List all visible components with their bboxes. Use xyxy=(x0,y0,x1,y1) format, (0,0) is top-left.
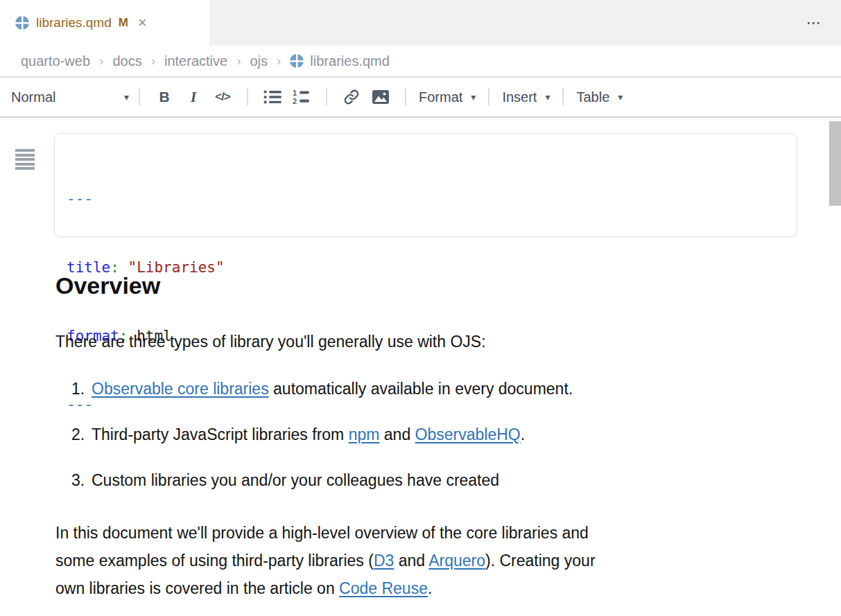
chevron-down-icon: ▾ xyxy=(124,91,129,103)
quarto-icon xyxy=(15,16,29,30)
modified-badge: M xyxy=(119,16,128,30)
breadcrumb: quarto-web › docs › interactive › ojs › … xyxy=(0,46,841,78)
svg-text:2: 2 xyxy=(293,97,297,105)
list-item-text: Observable core libraries automatically … xyxy=(92,379,573,398)
bold-button[interactable]: B xyxy=(153,85,176,109)
chevron-down-icon: ▾ xyxy=(545,91,550,103)
list-item-mid: and xyxy=(379,425,415,443)
closing-line-3-pre: own libraries is covered in the article … xyxy=(55,579,339,597)
image-button[interactable] xyxy=(369,85,392,109)
table-menu-label: Table xyxy=(576,89,609,105)
closing-paragraph: In this document we'll provide a high-le… xyxy=(55,519,786,602)
tab-libraries-qmd[interactable]: libraries.qmd M × xyxy=(0,0,209,46)
intro-paragraph: There are three types of library you'll … xyxy=(55,332,786,351)
breadcrumb-item-interactive[interactable]: interactive xyxy=(164,53,227,69)
list-number: 1. xyxy=(71,379,92,398)
vertical-scrollbar-thumb[interactable] xyxy=(829,121,841,206)
table-menu[interactable]: Table ▾ xyxy=(576,89,623,105)
chevron-right-icon: › xyxy=(99,53,103,69)
closing-line-2-mid: and xyxy=(394,552,428,570)
image-icon xyxy=(372,89,390,105)
chevron-down-icon: ▾ xyxy=(471,91,476,103)
closing-line-3-post: . xyxy=(428,579,432,597)
list-item: 3. Custom libraries you and/or your coll… xyxy=(71,470,799,490)
list-item-pre: Third-party JavaScript libraries from xyxy=(92,425,349,443)
paragraph-style-select[interactable]: Normal ▾ xyxy=(11,89,129,105)
toolbar-divider xyxy=(488,89,489,105)
chevron-right-icon: › xyxy=(151,53,155,69)
closing-line-2-post: ). Creating your xyxy=(485,552,596,570)
chevron-right-icon: › xyxy=(277,53,281,69)
link-npm[interactable]: npm xyxy=(349,425,380,443)
breadcrumb-item-ojs[interactable]: ojs xyxy=(250,53,268,69)
italic-icon: I xyxy=(191,88,197,106)
breadcrumb-item-quarto-web[interactable]: quarto-web xyxy=(21,53,90,69)
list-number: 2. xyxy=(71,425,92,444)
more-actions-icon[interactable]: ⋯ xyxy=(806,15,823,31)
inline-code-button[interactable]: </> xyxy=(211,85,234,109)
toolbar-divider xyxy=(405,89,406,105)
closing-line-1: In this document we'll provide a high-le… xyxy=(55,524,589,542)
formatting-toolbar: Normal ▾ B I </> 1 2 xyxy=(0,78,841,118)
yaml-delimiter: --- xyxy=(67,191,93,207)
numbered-list-icon: 1 2 xyxy=(293,89,311,105)
yaml-delimiter: --- xyxy=(67,396,93,413)
bullet-list-icon xyxy=(263,89,282,105)
link-observable-core-libraries[interactable]: Observable core libraries xyxy=(92,380,269,398)
list-item: 1. Observable core libraries automatical… xyxy=(71,379,799,398)
italic-button[interactable]: I xyxy=(182,85,205,109)
breadcrumb-item-current-file[interactable]: libraries.qmd xyxy=(290,53,389,69)
chevron-right-icon: › xyxy=(236,53,241,69)
numbered-list-button[interactable]: 1 2 xyxy=(290,85,313,109)
code-icon: </> xyxy=(215,90,230,104)
bullet-list-button[interactable] xyxy=(261,85,284,109)
list-item-text: Third-party JavaScript libraries from np… xyxy=(92,425,525,444)
link-arquero[interactable]: Arquero xyxy=(428,552,485,570)
yaml-front-matter-block[interactable]: --- title: "Libraries" format: html --- xyxy=(54,133,797,237)
tab-bar: libraries.qmd M × ⋯ xyxy=(0,0,841,46)
tab-title: libraries.qmd xyxy=(36,15,112,30)
document-editor: --- title: "Libraries" format: html --- … xyxy=(0,133,841,602)
insert-menu[interactable]: Insert ▾ xyxy=(502,89,550,105)
drag-handle-icon[interactable] xyxy=(15,149,35,171)
insert-menu-label: Insert xyxy=(502,89,537,105)
format-menu[interactable]: Format ▾ xyxy=(419,89,476,105)
toolbar-divider xyxy=(562,89,564,105)
link-icon xyxy=(343,89,360,105)
toolbar-divider xyxy=(247,89,248,105)
breadcrumb-current-label: libraries.qmd xyxy=(310,53,389,69)
svg-text:1: 1 xyxy=(293,89,297,97)
paragraph-style-value: Normal xyxy=(11,89,55,105)
toolbar-divider xyxy=(139,89,140,105)
link-code-reuse[interactable]: Code Reuse xyxy=(339,579,428,597)
bold-icon: B xyxy=(159,89,169,105)
list-item: 2. Third-party JavaScript libraries from… xyxy=(71,425,799,444)
quarto-icon xyxy=(290,54,304,68)
chevron-down-icon: ▾ xyxy=(618,91,623,103)
link-d3[interactable]: D3 xyxy=(374,552,394,570)
list-item-text: Custom libraries you and/or your colleag… xyxy=(92,470,499,490)
closing-line-2-pre: some examples of using third-party libra… xyxy=(55,552,374,570)
format-menu-label: Format xyxy=(419,89,462,105)
editor-window: libraries.qmd M × ⋯ quarto-web › docs › … xyxy=(0,0,841,616)
link-observablehq[interactable]: ObservableHQ xyxy=(415,425,521,443)
list-item-rest: automatically available in every documen… xyxy=(269,380,573,398)
breadcrumb-item-docs[interactable]: docs xyxy=(112,53,141,69)
link-button[interactable] xyxy=(340,85,363,109)
list-number: 3. xyxy=(71,470,92,490)
list-item-post: . xyxy=(521,425,525,443)
close-icon[interactable]: × xyxy=(138,15,147,30)
ordered-list: 1. Observable core libraries automatical… xyxy=(0,379,841,490)
toolbar-divider xyxy=(326,89,327,105)
